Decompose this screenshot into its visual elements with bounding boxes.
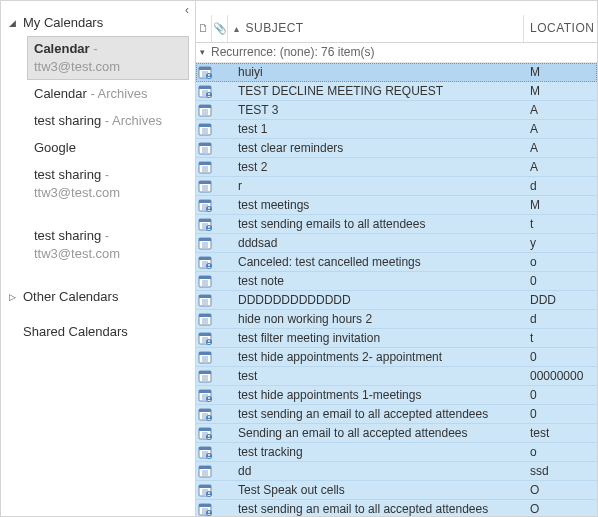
sidebar-calendar-item[interactable]: test sharing - ttw3@test.com [27,223,189,267]
calendar-group-header[interactable]: Shared Calendars [9,320,195,345]
location-cell: A [524,122,597,136]
svg-rect-119 [199,447,211,450]
location-cell: d [524,179,597,193]
chevron-down-icon: ▾ [200,47,205,57]
list-item[interactable]: dddsady [196,234,597,253]
meeting-icon [198,445,212,459]
list-item[interactable]: ddssd [196,462,597,481]
sidebar-calendar-item[interactable]: Calendar - ttw3@test.com [27,36,189,80]
item-type-cell [196,139,228,157]
meeting-icon [198,84,212,98]
svg-rect-105 [199,409,211,412]
list-item[interactable]: TEST DECLINE MEETING REQUESTM [196,82,597,101]
svg-rect-20 [199,124,211,127]
list-item[interactable]: test 2A [196,158,597,177]
svg-point-13 [208,93,210,95]
subject-cell: test sending emails to all attendees [228,217,524,231]
collapse-sidebar-button[interactable]: ‹ [185,3,189,17]
item-type-cell [196,291,228,309]
item-type-cell [196,101,228,119]
sort-asc-icon: ▴ [234,23,240,34]
list-item[interactable]: test hide appointments 1-meetings0 [196,386,597,405]
list-item[interactable]: rd [196,177,597,196]
item-type-cell [196,405,228,423]
meeting-icon [198,217,212,231]
calendar-group-header[interactable]: ◢My Calendars [9,11,195,36]
column-header-row: 🗋 📎 ▴ SUBJECT LOCATION [196,15,597,43]
meeting-icon [198,331,212,345]
appointment-icon [198,350,212,364]
svg-rect-131 [199,485,211,488]
svg-point-124 [208,454,210,456]
subject-cell: hide non working hours 2 [228,312,524,326]
list-item[interactable]: DDDDDDDDDDDDDDDD [196,291,597,310]
item-type-cell [196,462,228,480]
subject-cell: test clear reminders [228,141,524,155]
item-type-cell [196,177,228,195]
list-group-header[interactable]: ▾ Recurrence: (none): 76 item(s) [196,43,597,63]
list-item[interactable]: test sending emails to all attendeest [196,215,597,234]
list-item[interactable]: test sending an email to all accepted at… [196,405,597,424]
calendar-name: test sharing [34,113,101,128]
column-header-attachment-icon[interactable]: 📎 [212,15,228,42]
item-type-cell [196,120,228,138]
calendar-list-pane: 🗋 📎 ▴ SUBJECT LOCATION ▾ Recurrence: (no… [196,1,597,516]
item-type-cell [196,329,228,347]
chevron-down-icon: ◢ [9,18,19,28]
list-item[interactable]: test note0 [196,272,597,291]
appointment-icon [198,179,212,193]
svg-rect-59 [199,257,211,260]
list-item[interactable]: test hide appointments 2- appointment0 [196,348,597,367]
list-item[interactable]: test meetingsM [196,196,597,215]
location-cell: A [524,141,597,155]
location-cell: 0 [524,407,597,421]
svg-point-143 [208,511,210,513]
list-rows: huiyiMTEST DECLINE MEETING REQUESTMTEST … [196,63,597,516]
sidebar-calendar-item[interactable]: test sharing - ttw3@test.com [27,162,189,206]
list-item[interactable]: Test Speak out cellsO [196,481,597,500]
list-item[interactable]: hide non working hours 2d [196,310,597,329]
appointment-icon [198,103,212,117]
list-item[interactable]: test trackingo [196,443,597,462]
calendar-group-label: Other Calendars [23,289,118,304]
sidebar-calendar-item[interactable]: Calendar - Archives [27,81,189,107]
sidebar-calendar-item[interactable]: Google [27,135,189,161]
appointment-icon [198,236,212,250]
svg-rect-66 [199,276,211,279]
list-item[interactable]: test clear remindersA [196,139,597,158]
item-type-cell [196,63,228,81]
list-item[interactable]: test00000000 [196,367,597,386]
list-item[interactable]: test 1A [196,120,597,139]
list-item[interactable]: test filter meeting invitationt [196,329,597,348]
subject-cell: test hide appointments 1-meetings [228,388,524,402]
calendar-name: Calendar [34,41,90,56]
item-type-cell [196,310,228,328]
svg-rect-25 [199,143,211,146]
list-item[interactable]: Sending an email to all accepted attende… [196,424,597,443]
appointment-icon [198,293,212,307]
location-cell: M [524,198,597,212]
column-header-location[interactable]: LOCATION [524,15,597,42]
column-header-subject[interactable]: ▴ SUBJECT [228,15,524,42]
item-type-cell [196,348,228,366]
list-item[interactable]: Canceled: test cancelled meetingso [196,253,597,272]
subject-cell: TEST 3 [228,103,524,117]
subject-cell: Sending an email to all accepted attende… [228,426,524,440]
appointment-icon [198,369,212,383]
item-type-cell [196,424,228,442]
column-header-itemtype-icon[interactable]: 🗋 [196,15,212,42]
subject-cell: test hide appointments 2- appointment [228,350,524,364]
item-type-cell [196,481,228,499]
calendar-name: Calendar [34,86,87,101]
meeting-icon [198,483,212,497]
appointment-icon [198,160,212,174]
list-item[interactable]: TEST 3A [196,101,597,120]
subject-cell: test filter meeting invitation [228,331,524,345]
location-cell: 0 [524,350,597,364]
list-item[interactable]: huiyiM [196,63,597,82]
calendar-group-header[interactable]: ▷Other Calendars [9,285,195,310]
location-cell: t [524,331,597,345]
sidebar-calendar-item[interactable]: test sharing - Archives [27,108,189,134]
subject-cell: DDDDDDDDDDDDD [228,293,524,307]
list-item[interactable]: test sending an email to all accepted at… [196,500,597,516]
